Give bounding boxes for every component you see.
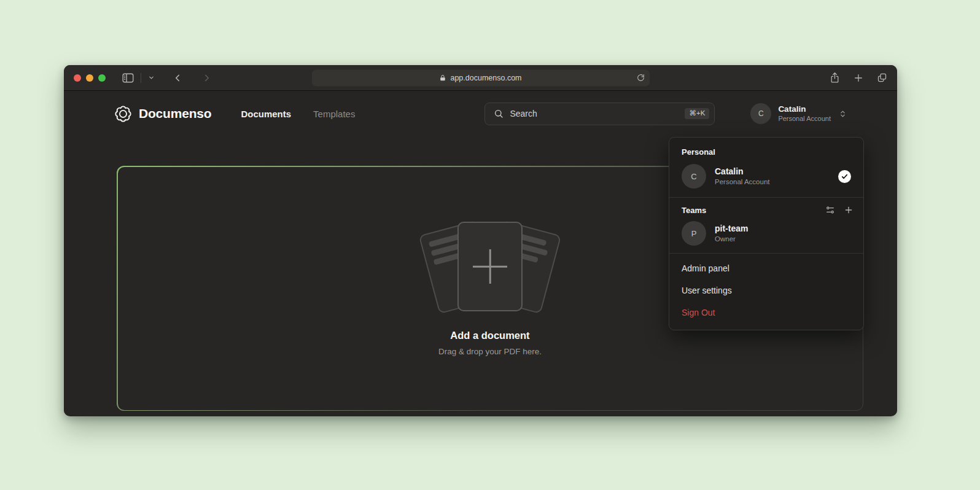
document-card-front (457, 222, 523, 311)
sidebar-toggle-icon[interactable] (118, 73, 138, 83)
close-window-button[interactable] (74, 74, 81, 82)
address-bar[interactable]: app.documenso.com (312, 69, 650, 86)
dropzone-title: Add a document (450, 330, 529, 341)
personal-account-subtitle: Personal Account (715, 177, 830, 187)
account-subtitle: Personal Account (778, 115, 831, 123)
personal-account-item[interactable]: C Catalin Personal Account (669, 161, 863, 197)
search-input[interactable]: Search ⌘+K (484, 103, 715, 125)
brand[interactable]: Documenso (114, 105, 211, 123)
tab-overview-icon[interactable] (877, 72, 887, 83)
minimize-window-button[interactable] (86, 74, 93, 82)
teams-section-header: Teams (669, 198, 863, 220)
browser-toolbar: app.documenso.com (64, 65, 897, 91)
team-item[interactable]: P pit-team Owner (669, 220, 863, 253)
dropzone-subtitle: Drag & drop your PDF here. (438, 347, 542, 356)
account-name: Catalin (778, 104, 831, 115)
team-role: Owner (715, 235, 851, 244)
new-tab-plus-icon[interactable] (854, 73, 863, 83)
brand-name: Documenso (139, 106, 211, 121)
browser-window: app.documenso.com (64, 65, 897, 416)
main-nav: Documents Templates (241, 109, 355, 119)
window-controls (74, 74, 106, 82)
lock-icon (439, 74, 446, 82)
reload-icon[interactable] (637, 74, 645, 82)
sidebar-chevron-down-icon[interactable] (144, 74, 159, 81)
menu-item-admin-panel[interactable]: Admin panel (669, 257, 863, 279)
toolbar-right-actions (830, 72, 887, 84)
menu-divider (669, 253, 863, 254)
nav-templates[interactable]: Templates (313, 109, 355, 119)
chevrons-up-down-icon (839, 109, 847, 119)
teams-section-label: Teams (682, 206, 825, 215)
avatar: C (750, 103, 771, 124)
search-icon (494, 109, 504, 119)
create-team-plus-icon[interactable] (844, 205, 854, 215)
document-cards-illustration (426, 220, 554, 314)
avatar: C (682, 164, 706, 189)
nav-documents[interactable]: Documents (241, 109, 291, 119)
account-menu-button[interactable]: C Catalin Personal Account (750, 103, 847, 124)
app-header: Documenso Documents Templates Search ⌘+K… (64, 91, 897, 130)
forward-button-icon[interactable] (197, 72, 217, 84)
zoom-window-button[interactable] (98, 74, 106, 82)
selected-check-icon (838, 170, 851, 183)
url-text: app.documenso.com (450, 74, 521, 82)
account-dropdown-menu: Personal C Catalin Personal Account Team… (669, 137, 864, 330)
menu-item-user-settings[interactable]: User settings (669, 279, 863, 301)
search-shortcut-badge: ⌘+K (685, 108, 709, 119)
plus-icon (473, 249, 507, 284)
avatar: P (682, 221, 706, 246)
share-icon[interactable] (830, 72, 840, 84)
back-button-icon[interactable] (168, 72, 187, 84)
search-placeholder: Search (510, 109, 679, 119)
documenso-logo-icon (114, 105, 132, 123)
manage-teams-icon[interactable] (825, 205, 835, 215)
team-name: pit-team (715, 223, 851, 234)
menu-item-sign-out[interactable]: Sign Out (669, 301, 863, 324)
personal-section-label: Personal (669, 145, 863, 161)
toolbar-divider (141, 73, 141, 83)
personal-account-name: Catalin (715, 166, 830, 177)
